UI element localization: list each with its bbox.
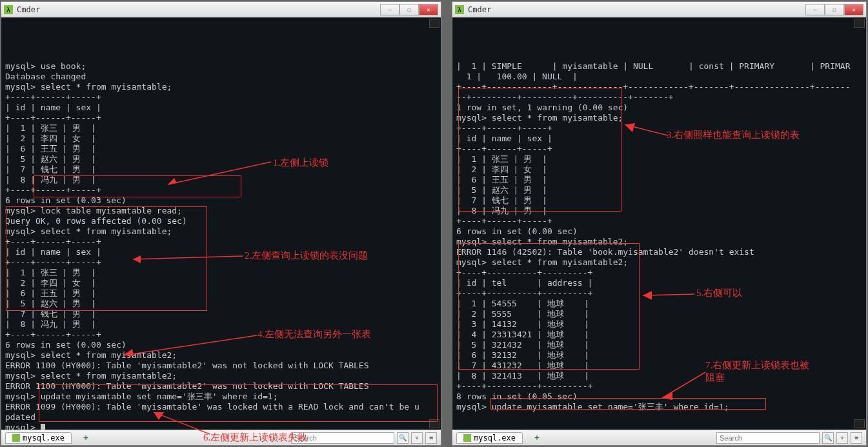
terminal-line: | 6 | 王五 | 男 | [5,288,437,299]
terminal-line: ERROR 1146 (42S02): Table 'book.myisamta… [456,247,862,257]
close-button[interactable]: ✕ [844,4,863,15]
terminal-line: +----+------+-----+ [5,113,437,123]
terminal-line: 1 | 100.00 | NULL | [456,72,862,82]
terminal-line: +----+------+-----+ [5,237,437,247]
maximize-button[interactable]: ☐ [825,4,844,15]
terminal-line: +----+------+-----+ [5,92,437,103]
terminal-line: +----+----------+---------+ [456,381,862,392]
terminal-line: | id | name | sex | [5,247,437,257]
terminal-line: | id | name | sex | [5,103,437,113]
cmder-window-left: λ Cmder — ☐ ✕ mysql> use book;Database c… [1,1,441,446]
search-input[interactable] [291,432,394,444]
terminal-line: mysql> update myisamtable set name='张三丰'… [5,392,437,402]
terminal-line: mysql> update myisamtable set name='张三丰'… [456,402,862,412]
terminal-line: | id | name | sex | [456,134,862,144]
tab-icon [463,434,471,442]
window-buttons: — ☐ ✕ [805,4,863,15]
titlebar-left[interactable]: λ Cmder — ☐ ✕ [1,2,441,17]
hamburger-icon[interactable]: ≡ [425,432,437,444]
terminal-line: | 1 | 张三 | 男 | [456,154,862,164]
terminal-line: | 8 | 冯九 | 男 | [456,206,862,216]
terminal-line: | 7 | 钱七 | 男 | [5,309,437,319]
terminal-line: | id | tel | address | [456,278,862,288]
terminal-line: Database changed [5,72,437,82]
terminal-line: 6 rows in set (0.03 sec) [5,195,437,206]
search-area: 🔍 ▿ ≡ [291,432,437,444]
terminal-line: | 6 | 王五 | 男 | [456,175,862,185]
scroll-down[interactable] [429,419,439,428]
terminal-line: mysql> select * from myisamtable2; [5,371,437,381]
terminal-line: | 2 | 李四 | 女 | [5,278,437,288]
terminal-line: mysql> select * from myisamtable2; [5,350,437,361]
terminal-line: | 8 | 冯九 | 男 | [5,175,437,185]
terminal-right[interactable]: | 1 | SIMPLE | myisamtable | NULL | cons… [452,17,866,430]
cursor [41,424,45,430]
search-input[interactable] [716,432,820,444]
terminal-line: 6 rows in set (0.00 sec) [456,226,862,237]
statusbar-left: mysql.exe ＋ 🔍 ▿ ≡ [1,430,441,445]
close-button[interactable]: ✕ [419,4,438,15]
search-next-icon[interactable]: ▿ [836,432,848,444]
terminal-line: | 1 | 54555 | 地球 | [456,299,862,309]
terminal-line: mysql> select * from myisamtable; [5,82,437,92]
terminal-line: | 6 | 32132 | 地球 | [456,350,862,361]
scroll-up[interactable] [429,19,439,28]
terminal-line: pdated [5,412,437,422]
terminal-left[interactable]: mysql> use book;Database changedmysql> s… [1,17,441,430]
cmder-icon: λ [455,5,464,14]
terminal-line: ERROR 1100 (HY000): Table 'myisamtable2'… [5,361,437,371]
hamburger-icon[interactable]: ≡ [851,432,862,444]
terminal-line: mysql> use book; [5,61,437,72]
minimize-button[interactable]: — [380,4,399,15]
tab-label: mysql.exe [474,433,516,442]
new-tab-button[interactable]: ＋ [78,431,94,444]
new-tab-button[interactable]: ＋ [529,431,545,444]
terminal-line: | 5 | 321432 | 地球 | [456,340,862,350]
terminal-line: | 8 | 冯九 | 男 | [5,319,437,330]
terminal-line: | 3 | 14132 | 地球 | [456,319,862,330]
titlebar-right[interactable]: λ Cmder — ☐ ✕ [452,2,866,17]
terminal-line: mysql> select * from myisamtable2; [456,237,862,247]
cmder-window-right: λ Cmder — ☐ ✕ | 1 | SIMPLE | myisamtable… [452,1,867,446]
terminal-line: | 1 | SIMPLE | myisamtable | NULL | cons… [456,61,862,72]
search-area: 🔍 ▿ ≡ [716,432,862,444]
terminal-line: +----+----------+---------+ [456,288,862,299]
terminal-line: | 2 | 李四 | 女 | [5,134,437,144]
terminal-line: mysql> select * from myisamtable2; [456,257,862,268]
scroll-down[interactable] [854,419,865,428]
terminal-line: | 2 | 5555 | 地球 | [456,309,862,319]
terminal-line: mysql> [5,422,437,430]
tab-mysql[interactable]: mysql.exe [456,432,523,444]
terminal-line: | 1 | 张三 | 男 | [5,123,437,134]
search-next-icon[interactable]: ▿ [411,432,423,444]
terminal-line: +----+------+-----+ [456,216,862,226]
window-title: Cmder [17,5,40,14]
terminal-line: | 7 | 钱七 | 男 | [456,195,862,206]
terminal-line: Query OK, 0 rows affected (0.00 sec) [5,216,437,226]
cmder-icon: λ [4,5,13,14]
terminal-line: | 5 | 赵六 | 男 | [5,154,437,164]
terminal-line: | 4 | 23313421 | 地球 | [456,330,862,340]
terminal-line: +----+------+-----+ [5,257,437,268]
minimize-button[interactable]: — [805,4,825,15]
terminal-line: | 7 | 431232 | 地球 | [456,361,862,371]
terminal-line: +----+------+-----+ [5,185,437,195]
terminal-line: mysql> select * from myisamtable; [456,113,862,123]
terminal-line: | 2 | 李四 | 女 | [456,164,862,175]
terminal-line: mysql> select * from myisamtable; [5,226,437,237]
maximize-button[interactable]: ☐ [399,4,419,15]
window-buttons: — ☐ ✕ [380,4,438,15]
terminal-line: ERROR 1100 (HY000): Table 'myisamtable2'… [5,381,437,392]
search-icon[interactable]: 🔍 [822,432,834,444]
statusbar-right: mysql.exe ＋ 🔍 ▿ ≡ [452,430,866,445]
terminal-line: +----+-------------+-------------+------… [456,82,862,92]
search-icon[interactable]: 🔍 [397,432,409,444]
terminal-line: mysql> lock table myisamtable read; [5,206,437,216]
tab-mysql[interactable]: mysql.exe [5,432,72,444]
tab-label: mysql.exe [23,433,65,442]
window-title: Cmder [468,5,491,14]
terminal-line: | 7 | 钱七 | 男 | [5,164,437,175]
tab-icon [12,434,20,442]
scroll-up[interactable] [854,19,865,28]
terminal-line: 6 rows in set (0.00 sec) [5,340,437,350]
